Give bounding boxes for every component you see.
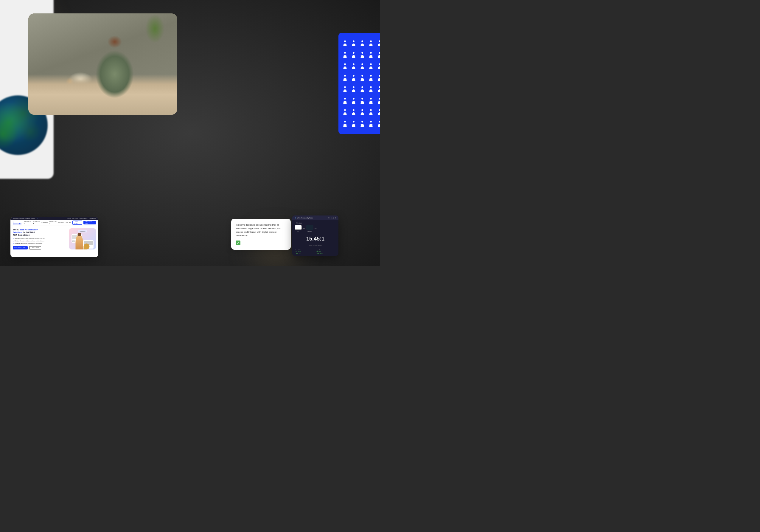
person-icon <box>368 85 374 94</box>
svg-point-102 <box>379 109 380 111</box>
svg-point-96 <box>361 109 363 111</box>
svg-point-0 <box>344 40 346 42</box>
help-icon[interactable]: ? <box>335 217 336 219</box>
main-photo <box>28 14 177 115</box>
svg-point-105 <box>344 121 346 122</box>
person-icon <box>368 39 374 48</box>
get-demo-hero-button[interactable]: > GET A DEMO <box>29 246 41 250</box>
expand-icon[interactable]: ⛶ <box>332 217 334 219</box>
start-free-trial-button[interactable]: START FREE TRIAL > <box>13 246 28 250</box>
person-head <box>77 233 81 236</box>
svg-point-15 <box>344 52 346 54</box>
person-icon <box>342 39 348 48</box>
section-header: ‹ Contrast <box>295 222 336 224</box>
svg-point-114 <box>370 121 372 122</box>
check-icon: ✓ <box>13 243 14 244</box>
inclusive-checkmark: ✓ <box>236 241 286 245</box>
person-icon <box>351 62 357 71</box>
nav-free-audit[interactable]: FREE AUDIT <box>89 218 96 219</box>
back-arrow[interactable]: ‹ <box>295 222 295 224</box>
svg-point-6 <box>361 40 363 42</box>
person-icon <box>376 85 380 94</box>
logo[interactable]: ✓ accessiBe <box>13 221 23 225</box>
nav-partners[interactable]: PARTNERS ▾ <box>49 221 57 224</box>
person-icon <box>359 108 365 117</box>
person-icon <box>342 119 348 128</box>
hero-title-blue: Web AccessibilitySolutions <box>13 229 37 233</box>
svg-point-27 <box>379 52 380 54</box>
color-hex-2: #182533 <box>308 230 312 232</box>
tool-icon: ⚙ <box>295 217 296 219</box>
svg-point-90 <box>344 109 346 111</box>
svg-point-30 <box>344 64 346 65</box>
nav-login[interactable]: LOGIN <box>67 218 71 219</box>
feature-label: Efficient 2-minute installation with any… <box>15 240 44 242</box>
photo-bg <box>28 14 177 115</box>
hero-illustration <box>76 235 90 250</box>
announcement-bar: accessiBe announces $58 Million funding!… <box>11 217 98 220</box>
start-trial-nav-button[interactable]: START FREE TRIAL <box>83 221 96 224</box>
close-icon[interactable]: ✕ <box>328 217 330 219</box>
nav-reviews[interactable]: REVIEWS <box>58 222 65 223</box>
nav-services[interactable]: SERVICES ▾ <box>33 221 40 224</box>
svg-point-24 <box>370 52 372 54</box>
nav-company[interactable]: COMPANY <box>41 222 48 223</box>
nav-widget: Navigation <box>78 230 87 232</box>
person-icon <box>368 62 374 71</box>
person-icon <box>359 119 365 128</box>
svg-point-3 <box>353 40 355 42</box>
inclusive-design-card: Inclusive design is about ensuring that … <box>231 219 291 250</box>
people-panel <box>338 33 380 134</box>
feature-label: Affordable Plans start at $49/month with… <box>15 238 44 239</box>
hero-title: The #1 Web AccessibilitySolutions for WC… <box>13 228 67 236</box>
svg-point-60 <box>344 86 346 88</box>
person-icon <box>351 96 357 106</box>
person-icon <box>359 85 365 94</box>
svg-point-78 <box>353 98 355 100</box>
person-icon <box>342 50 348 60</box>
nav-products[interactable]: PRODUCTS ▾ <box>24 221 32 224</box>
person-icon <box>368 108 374 117</box>
svg-point-48 <box>353 75 355 76</box>
section-label: Contrast <box>297 222 302 224</box>
feature-compliant: ✓ Compliant Accessibility statement and … <box>13 243 67 244</box>
top-nav-links: LOGIN SUPPORT COMPLIANCE FREE AUDIT <box>67 218 96 219</box>
person-icon <box>359 96 365 106</box>
person-icon <box>376 96 380 106</box>
edit-icon[interactable]: ✏ <box>314 227 317 230</box>
svg-point-42 <box>379 64 380 65</box>
person-icon <box>342 85 348 94</box>
svg-point-18 <box>353 52 355 54</box>
svg-point-108 <box>353 121 355 122</box>
swap-icon[interactable]: ⇄ <box>303 227 305 230</box>
svg-point-75 <box>344 98 346 100</box>
person-icon <box>359 39 365 48</box>
nav-pricing[interactable]: PRICING <box>66 222 71 223</box>
svg-point-9 <box>370 40 372 42</box>
person-icon <box>342 62 348 71</box>
svg-point-57 <box>379 75 380 76</box>
svg-point-99 <box>370 109 372 111</box>
accessibility-tool: ⚙ Work Accessibility Tools ✕ ⛶ ? ‹ Contr… <box>292 216 338 256</box>
main-nav: ✓ accessiBe PRODUCTS ▾ SERVICES ▾ COMPAN… <box>11 220 98 226</box>
hero-image: Navigation Shoes $xx.xx Sport $xx.xx <box>69 228 96 250</box>
color-swatch-1[interactable] <box>295 225 302 230</box>
color-swatch-1-group: #FFF <box>295 225 302 232</box>
nav-support[interactable]: SUPPORT <box>72 218 78 219</box>
nav-compliance[interactable]: COMPLIANCE <box>79 218 87 219</box>
contrast-ratio-display: 15.45:1 Simple Contrast (WCAG) <box>292 235 338 248</box>
color-swatch-2[interactable] <box>306 225 313 230</box>
photo-overlay <box>28 14 177 115</box>
contrast-section: ‹ Contrast #FFF ⇄ #182533 ✏ <box>292 220 338 235</box>
wcag-checks: Normal Text ✓ AA 4.5:1 ✓ AAA 7:1 Large T… <box>292 248 338 256</box>
color-row: #FFF ⇄ #182533 ✏ <box>295 225 336 232</box>
dog-figure <box>84 244 90 250</box>
svg-point-63 <box>353 86 355 88</box>
svg-point-54 <box>370 75 372 76</box>
normal-text-label: Normal Text <box>295 249 315 251</box>
inclusive-text-content: Inclusive design is about ensuring that … <box>236 223 286 238</box>
person-icon <box>342 96 348 106</box>
svg-point-12 <box>379 40 380 42</box>
get-demo-button[interactable]: ⚬ GET DEMO <box>72 220 82 225</box>
person-icon <box>351 39 357 48</box>
